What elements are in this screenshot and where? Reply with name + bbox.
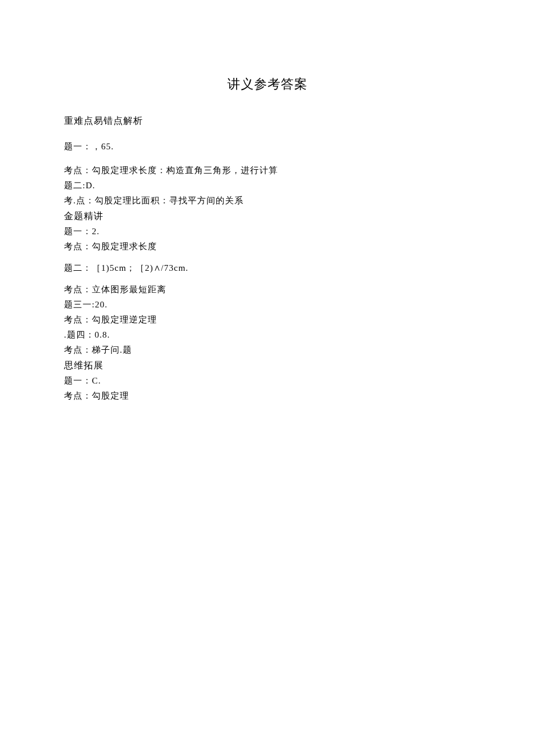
section-3-q1: 题一：C. bbox=[64, 375, 471, 386]
section-2-q2: 题二：［1)5cm；［2)∧/73cm. bbox=[64, 263, 471, 274]
section-3-heading: 思维拓展 bbox=[64, 360, 471, 372]
section-2-q1: 题一：2. bbox=[64, 226, 471, 237]
section-1-heading: 重难点易错点解析 bbox=[64, 115, 471, 127]
section-2-q4-point: 考点：梯子问.题 bbox=[64, 345, 471, 356]
section-2-q2-point: 考点：立体图形最短距离 bbox=[64, 284, 471, 295]
page-title: 讲义参考答案 bbox=[64, 76, 471, 93]
section-1-q1-point: 考点：勾股定理求长度：构造直角三角形，进行计算 bbox=[64, 165, 471, 176]
section-2-q4: .题四：0.8. bbox=[64, 329, 471, 341]
section-1-q1: 题一：，65. bbox=[64, 141, 471, 152]
section-2-heading: 金题精讲 bbox=[64, 210, 471, 223]
section-1-q2: 题二:D. bbox=[64, 180, 471, 191]
section-2-q3-point: 考点：勾股定理逆定理 bbox=[64, 314, 471, 325]
section-2-q3: 题三一:20. bbox=[64, 299, 471, 310]
section-1-q2-point: 考.点：勾股定理比面积：寻找平方间的关系 bbox=[64, 195, 471, 206]
section-2-q1-point: 考点：勾股定理求长度 bbox=[64, 241, 471, 252]
section-3-q1-point: 考点：勾股定理 bbox=[64, 390, 471, 402]
